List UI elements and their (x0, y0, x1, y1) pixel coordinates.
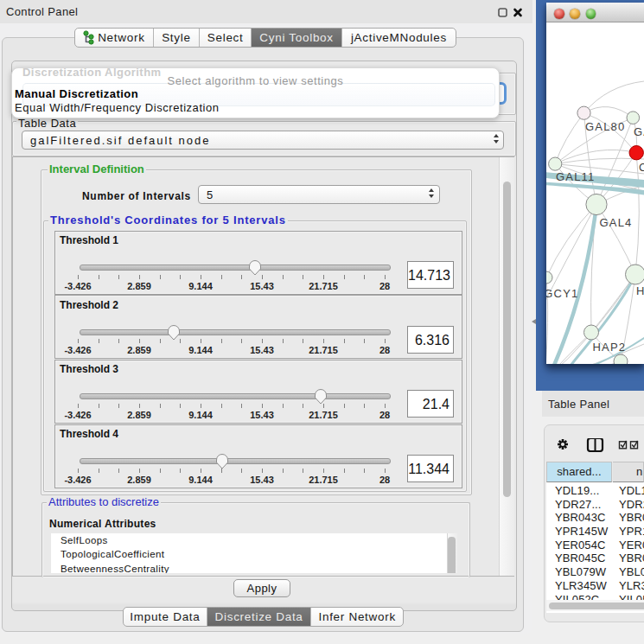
svg-text:HAP2: HAP2 (593, 341, 627, 354)
svg-text:CY: CY (639, 161, 644, 174)
svg-text:H: H (636, 284, 644, 297)
svg-text:GAL11: GAL11 (556, 170, 596, 183)
svg-text:GA: GA (634, 125, 644, 138)
svg-text:GAL4: GAL4 (600, 216, 633, 229)
svg-text:GCY1: GCY1 (546, 287, 579, 300)
svg-text:GAL80: GAL80 (585, 120, 625, 133)
